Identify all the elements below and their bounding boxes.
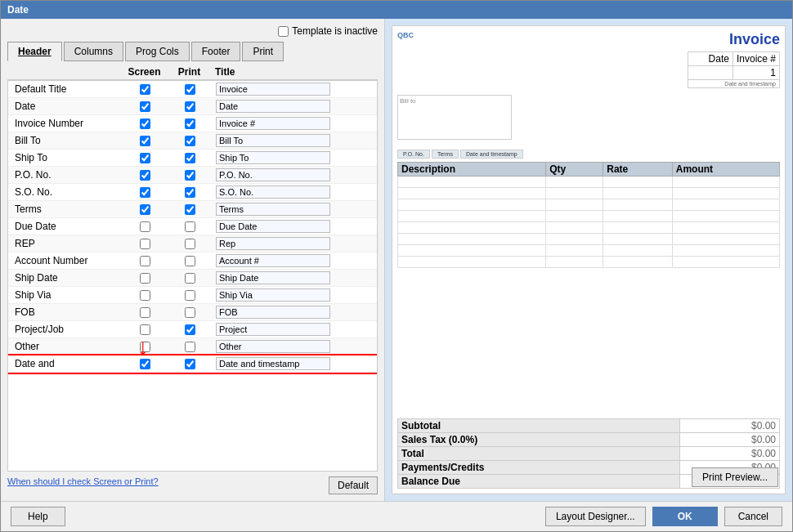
- table-row: FOB: [8, 304, 377, 321]
- table-row: Ship Date: [8, 270, 377, 287]
- print-checkbox-0[interactable]: [185, 84, 195, 95]
- inv-total-label: Total: [398, 447, 680, 461]
- rows-container: Default TitleDateInvoice NumberBill ToSh…: [7, 80, 378, 472]
- print-checkbox-10[interactable]: [185, 256, 195, 266]
- inv-title-block: Invoice Date Invoice # 1 Date a: [688, 31, 780, 88]
- title-input-13[interactable]: [216, 306, 330, 319]
- table-row: Bill To: [8, 132, 377, 150]
- title-input-15[interactable]: [216, 340, 330, 353]
- inv-total-row: Total $0.00: [398, 447, 780, 461]
- screen-checkbox-4[interactable]: [140, 153, 150, 163]
- screen-checkbox-6[interactable]: [140, 187, 150, 198]
- inv-top-row: QBC Invoice Date Invoice # 1: [397, 31, 780, 88]
- inv-bill-to: Bill to: [397, 95, 512, 140]
- title-input-4[interactable]: [216, 151, 330, 164]
- tab-footer[interactable]: Footer: [191, 42, 241, 61]
- table-row: S.O. No.: [8, 184, 377, 201]
- print-checkbox-7[interactable]: [185, 204, 195, 215]
- inv-qbc-label: QBC: [397, 31, 414, 39]
- inv-desc-row-1: [398, 177, 780, 188]
- template-inactive-checkbox[interactable]: [278, 26, 289, 37]
- bottom-links: When should I check Screen or Print? Def…: [7, 476, 378, 494]
- screen-checkbox-8[interactable]: [140, 221, 150, 232]
- inv-date-timestamp-header: Date and timestamp: [460, 150, 523, 159]
- table-row: Invoice Number: [8, 115, 377, 132]
- col-screen-header: Screen: [122, 66, 167, 78]
- screen-checkbox-10[interactable]: [140, 256, 150, 266]
- screen-checkbox-14[interactable]: [140, 324, 150, 335]
- title-input-5[interactable]: [216, 168, 330, 181]
- print-checkbox-5[interactable]: [185, 170, 195, 181]
- inv-desc-row-8: [398, 257, 780, 268]
- print-checkbox-1[interactable]: [185, 101, 195, 112]
- print-checkbox-3[interactable]: [185, 136, 195, 146]
- inv-desc-col: Description: [398, 163, 546, 177]
- title-input-12[interactable]: [216, 288, 330, 302]
- title-input-16[interactable]: [216, 357, 330, 370]
- inv-balance-label: Balance Due: [398, 475, 680, 489]
- screen-checkbox-2[interactable]: [140, 118, 150, 129]
- print-checkbox-12[interactable]: [185, 290, 195, 301]
- screen-checkbox-15[interactable]: [140, 342, 150, 352]
- title-input-1[interactable]: [216, 100, 330, 113]
- inv-amount-col: Amount: [672, 163, 779, 177]
- screen-checkbox-13[interactable]: [140, 307, 150, 318]
- tab-columns[interactable]: Columns: [64, 42, 123, 61]
- screen-checkbox-3[interactable]: [140, 136, 150, 146]
- left-panel: Template is inactive Header Columns Prog…: [1, 19, 385, 501]
- print-checkbox-4[interactable]: [185, 153, 195, 163]
- tab-header[interactable]: Header: [7, 42, 62, 61]
- cancel-button[interactable]: Cancel: [724, 507, 782, 526]
- tab-prog-cols[interactable]: Prog Cols: [125, 42, 190, 61]
- inv-invoiceno-val: 1: [733, 66, 779, 80]
- screen-checkbox-1[interactable]: [140, 101, 150, 112]
- screen-checkbox-9[interactable]: [140, 239, 150, 249]
- screen-checkbox-16[interactable]: [140, 359, 150, 369]
- inv-total-val: $0.00: [679, 447, 779, 461]
- title-input-11[interactable]: [216, 271, 330, 284]
- screen-checkbox-7[interactable]: [140, 204, 150, 215]
- row-label-7: Terms: [8, 203, 123, 215]
- table-row: Date and: [8, 355, 377, 373]
- dialog-footer: Help Layout Designer... OK Cancel: [1, 501, 792, 531]
- print-preview-button[interactable]: Print Preview...: [692, 467, 778, 487]
- title-input-2[interactable]: [216, 117, 330, 130]
- table-row: Ship Via: [8, 287, 377, 304]
- title-input-0[interactable]: [216, 83, 330, 96]
- ok-button[interactable]: OK: [652, 507, 718, 526]
- screen-checkbox-12[interactable]: [140, 290, 150, 301]
- print-checkbox-11[interactable]: [185, 273, 195, 284]
- print-checkbox-2[interactable]: [185, 118, 195, 129]
- print-checkbox-8[interactable]: [185, 221, 195, 232]
- table-header-row: Screen Print Title: [7, 65, 378, 80]
- title-input-10[interactable]: [216, 254, 330, 267]
- screen-checkbox-0[interactable]: [140, 84, 150, 95]
- title-input-8[interactable]: [216, 220, 330, 233]
- table-row: Terms: [8, 201, 377, 218]
- inv-subtotal-row: Subtotal $0.00: [398, 419, 780, 433]
- row-label-6: S.O. No.: [8, 186, 123, 198]
- when-check-link[interactable]: When should I check Screen or Print?: [7, 476, 159, 494]
- title-input-6[interactable]: [216, 186, 330, 199]
- print-checkbox-13[interactable]: [185, 307, 195, 318]
- title-input-9[interactable]: [216, 237, 330, 250]
- print-checkbox-14[interactable]: [185, 324, 195, 335]
- table-row: P.O. No.: [8, 167, 377, 184]
- layout-designer-button[interactable]: Layout Designer...: [545, 507, 646, 526]
- print-checkbox-16[interactable]: [185, 359, 195, 369]
- screen-checkbox-11[interactable]: [140, 273, 150, 284]
- title-input-7[interactable]: [216, 203, 330, 216]
- screen-checkbox-5[interactable]: [140, 170, 150, 181]
- inv-desc-row-2: [398, 188, 780, 199]
- print-checkbox-6[interactable]: [185, 187, 195, 198]
- tab-print[interactable]: Print: [242, 42, 284, 61]
- help-button[interactable]: Help: [11, 507, 65, 526]
- print-checkbox-15[interactable]: [185, 342, 195, 352]
- template-inactive-container: Template is inactive: [278, 25, 378, 37]
- print-checkbox-9[interactable]: [185, 239, 195, 249]
- title-input-3[interactable]: [216, 134, 330, 147]
- row-label-16: Date and: [8, 358, 123, 369]
- top-bar: Template is inactive: [7, 25, 378, 37]
- title-input-14[interactable]: [216, 323, 330, 336]
- default-button[interactable]: Default: [329, 476, 378, 494]
